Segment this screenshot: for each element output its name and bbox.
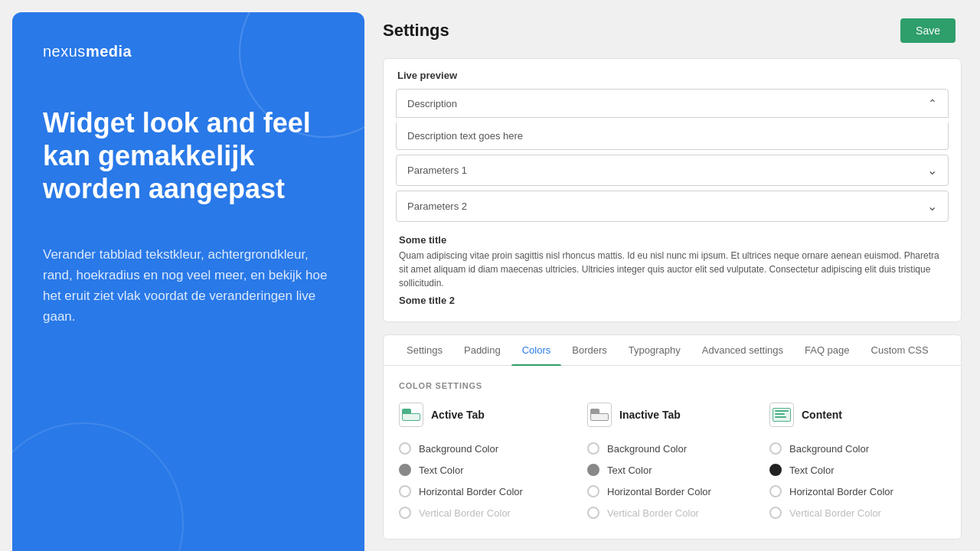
content-bg-color[interactable]: Background Color (769, 438, 946, 459)
inactive-tab-v-border-color: Vertical Border Color (587, 502, 757, 523)
active-tab-bg-color[interactable]: Background Color (399, 438, 575, 459)
content-bg-label: Background Color (789, 443, 869, 455)
active-tab-bg-radio[interactable] (399, 442, 411, 455)
brand-prefix: nexus (43, 43, 86, 60)
tab-settings[interactable]: Settings (396, 335, 453, 365)
tab-advanced-settings[interactable]: Advanced settings (691, 335, 794, 365)
tab-colors[interactable]: Colors (511, 335, 562, 365)
inactive-tab-icon (587, 403, 612, 427)
active-tab-text-radio[interactable] (399, 464, 411, 476)
dropdown-parameters1-label: Parameters 1 (407, 165, 467, 176)
active-tab-text-color[interactable]: Text Color (399, 459, 575, 481)
color-column-inactive-tab: Inactive Tab Background Color Text Color… (581, 403, 763, 523)
inactive-tab-h-border-radio[interactable] (587, 485, 599, 497)
content-icon (769, 403, 794, 427)
inactive-tab-v-border-label: Vertical Border Color (607, 507, 699, 519)
preview-title-2: Some title 2 (399, 295, 946, 306)
left-panel: nexusmedia Widget look and feel kan gema… (12, 12, 364, 551)
content-h-border-label: Horizontal Border Color (789, 486, 893, 497)
tab-padding[interactable]: Padding (453, 335, 511, 365)
inactive-tab-text-label: Text Color (607, 465, 652, 476)
brand-suffix: media (86, 43, 132, 60)
inactive-tab-bg-color[interactable]: Background Color (587, 438, 757, 459)
inactive-tab-header: Inactive Tab (587, 403, 757, 427)
hero-title: Widget look and feel kan gemakkelijk wor… (43, 106, 334, 206)
color-settings-panel: COLOR SETTINGS Active Tab (384, 366, 961, 539)
active-tab-h-border-radio[interactable] (399, 485, 411, 497)
dropdown-description-label: Description (407, 98, 457, 109)
inactive-tab-bg-label: Background Color (607, 443, 687, 455)
active-tab-v-border-radio (399, 507, 411, 519)
preview-content: Description Description text goes here P… (384, 89, 961, 321)
inactive-tab-h-border-color[interactable]: Horizontal Border Color (587, 481, 757, 502)
preview-body-text: Quam adipiscing vitae proin sagittis nis… (399, 249, 946, 290)
right-panel: Settings Save Live preview Description D… (377, 0, 980, 551)
active-tab-bg-label: Background Color (419, 443, 498, 455)
active-tab-h-border-label: Horizontal Border Color (419, 486, 523, 497)
color-column-active-tab: Active Tab Background Color Text Color H… (399, 403, 581, 523)
page-title: Settings (383, 21, 449, 41)
content-h-border-color[interactable]: Horizontal Border Color (769, 481, 946, 502)
page-header: Settings Save (383, 18, 962, 43)
dropdown-description-text: Description text goes here (407, 130, 523, 142)
live-preview-label: Live preview (384, 59, 961, 89)
content-text-radio[interactable] (769, 464, 782, 476)
hero-description: Verander tabblad tekstkleur, achtergrond… (43, 244, 334, 328)
content-h-border-radio[interactable] (769, 485, 782, 497)
inactive-tab-v-border-radio (587, 507, 599, 519)
content-bg-radio[interactable] (769, 442, 782, 455)
color-settings-title: COLOR SETTINGS (399, 381, 946, 390)
live-preview-card: Live preview Description Description tex… (383, 58, 962, 322)
chevron-up-icon (928, 97, 937, 109)
inactive-tab-h-border-label: Horizontal Border Color (607, 486, 711, 497)
tab-borders[interactable]: Borders (561, 335, 618, 365)
preview-text-block: Some title Quam adipiscing vitae proin s… (396, 227, 949, 309)
content-text-color[interactable]: Text Color (769, 459, 946, 481)
settings-card: Settings Padding Colors Borders Typograp… (383, 334, 962, 540)
tab-faq-page[interactable]: FAQ page (794, 335, 861, 365)
color-columns: Active Tab Background Color Text Color H… (399, 403, 946, 523)
brand-logo: nexusmedia (43, 43, 334, 60)
content-v-border-label: Vertical Border Color (789, 507, 881, 519)
chevron-down-icon-1 (927, 163, 937, 178)
active-tab-v-border-label: Vertical Border Color (419, 507, 511, 519)
content-v-border-radio (769, 507, 782, 519)
inactive-tab-text-color[interactable]: Text Color (587, 459, 757, 481)
dropdown-description-content: Description text goes here (396, 122, 949, 150)
content-v-border-color: Vertical Border Color (769, 502, 946, 523)
inactive-tab-bg-radio[interactable] (587, 442, 599, 455)
content-text-label: Text Color (789, 465, 835, 476)
active-tab-icon (399, 403, 423, 427)
tab-custom-css[interactable]: Custom CSS (861, 335, 939, 365)
dropdown-parameters2-label: Parameters 2 (407, 201, 467, 212)
inactive-tab-text-radio[interactable] (587, 464, 599, 476)
save-button[interactable]: Save (900, 18, 956, 43)
content-title: Content (802, 409, 842, 421)
dropdown-parameters1[interactable]: Parameters 1 (396, 155, 949, 186)
chevron-down-icon-2 (927, 199, 937, 214)
preview-title-1: Some title (399, 234, 946, 246)
dropdown-description[interactable]: Description (396, 89, 949, 118)
dropdown-parameters2[interactable]: Parameters 2 (396, 191, 949, 222)
active-tab-title: Active Tab (431, 409, 485, 421)
active-tab-header: Active Tab (399, 403, 575, 427)
tab-typography[interactable]: Typography (618, 335, 691, 365)
active-tab-h-border-color[interactable]: Horizontal Border Color (399, 481, 575, 502)
inactive-tab-title: Inactive Tab (619, 409, 681, 421)
content-header: Content (769, 403, 946, 427)
color-column-content: Content Background Color Text Color Hori… (763, 403, 946, 523)
active-tab-v-border-color: Vertical Border Color (399, 502, 575, 523)
active-tab-text-label: Text Color (419, 465, 464, 476)
settings-tabs: Settings Padding Colors Borders Typograp… (384, 335, 961, 366)
